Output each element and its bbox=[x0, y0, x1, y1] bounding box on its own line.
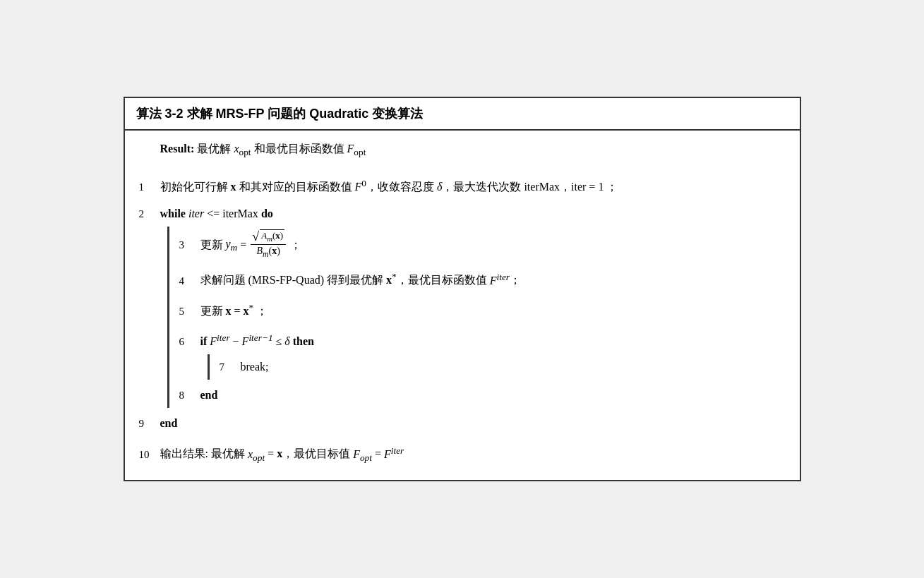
line-num-4: 4 bbox=[179, 275, 200, 287]
line-num-1: 1 bbox=[139, 181, 160, 193]
line-1: 1 初始化可行解 x 和其对应的目标函数值 F0，收敛容忍度 δ，最大迭代次数 … bbox=[139, 174, 786, 198]
line-content-7: break; bbox=[241, 357, 786, 377]
title-text: 算法 3-2 求解 MRS-FP 问题的 Quadratic 变换算法 bbox=[136, 107, 424, 121]
result-text: 最优解 xopt 和最优目标函数值 Fopt bbox=[197, 143, 366, 155]
line-10: 10 输出结果: 最优解 xopt = x，最优目标值 Fopt = Fiter bbox=[139, 439, 786, 469]
if-block: 7 break; bbox=[199, 354, 786, 380]
line-num-5: 5 bbox=[179, 306, 200, 318]
line-2: 2 while iter <= iterMax do bbox=[139, 203, 786, 225]
algorithm-title: 算法 3-2 求解 MRS-FP 问题的 Quadratic 变换算法 bbox=[125, 98, 800, 131]
line-num-6: 6 bbox=[179, 336, 200, 348]
line-6: 6 if Fiter − Fiter−1 ≤ δ then bbox=[179, 327, 786, 354]
line-content-1: 初始化可行解 x 和其对应的目标函数值 F0，收敛容忍度 δ，最大迭代次数 it… bbox=[160, 175, 786, 197]
if-inner: 7 break; bbox=[220, 354, 786, 380]
line-content-2: while iter <= iterMax do bbox=[160, 204, 786, 224]
while-vbar bbox=[167, 227, 169, 408]
line-content-8: end bbox=[200, 385, 786, 405]
algorithm-container: 算法 3-2 求解 MRS-FP 问题的 Quadratic 变换算法 Resu… bbox=[124, 97, 801, 481]
line-9: 9 end bbox=[139, 411, 786, 436]
line-num-3: 3 bbox=[179, 239, 200, 251]
line-content-3: 更新 ym = √ Am(x) Bm(x) ； bbox=[200, 229, 786, 260]
line-content-9: end bbox=[160, 414, 786, 433]
result-label: Result: bbox=[160, 143, 195, 155]
line-8: 8 end bbox=[179, 383, 786, 408]
if-vbar bbox=[208, 354, 210, 380]
algorithm-body: Result: 最优解 xopt 和最优目标函数值 Fopt 1 初始化可行解 … bbox=[125, 131, 800, 480]
line-num-7: 7 bbox=[220, 361, 241, 373]
line-7: 7 break; bbox=[220, 354, 786, 380]
line-num-10: 10 bbox=[139, 449, 160, 461]
result-line: Result: 最优解 xopt 和最优目标函数值 Fopt bbox=[139, 142, 786, 158]
line-3: 3 更新 ym = √ Am(x) Bm(x) ； bbox=[179, 227, 786, 263]
line-4: 4 求解问题 (MRS-FP-Quad) 得到最优解 x*，最优目标函数值 Fi… bbox=[179, 265, 786, 293]
while-block: 3 更新 ym = √ Am(x) Bm(x) ； bbox=[159, 227, 786, 408]
line-num-8: 8 bbox=[179, 390, 200, 402]
while-inner: 3 更新 ym = √ Am(x) Bm(x) ； bbox=[179, 227, 786, 408]
line-content-5: 更新 x = x* ； bbox=[200, 299, 786, 321]
line-content-10: 输出结果: 最优解 xopt = x，最优目标值 Fopt = Fiter bbox=[160, 442, 786, 466]
line-5: 5 更新 x = x* ； bbox=[179, 296, 786, 324]
line-num-2: 2 bbox=[139, 208, 160, 220]
line-content-6: if Fiter − Fiter−1 ≤ δ then bbox=[200, 330, 786, 351]
line-num-9: 9 bbox=[139, 418, 160, 430]
line-content-4: 求解问题 (MRS-FP-Quad) 得到最优解 x*，最优目标函数值 Fite… bbox=[200, 268, 786, 290]
